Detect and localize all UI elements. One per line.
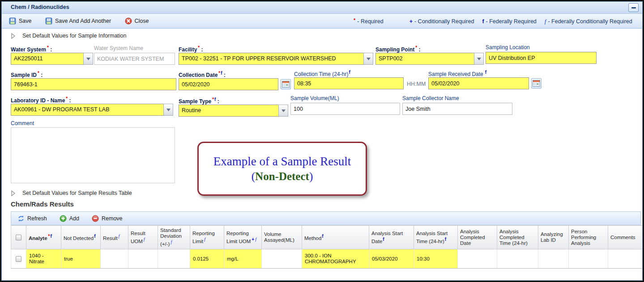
sample-collector-label: Sample Collector Name [402, 95, 459, 102]
laboratory-select[interactable]: AK00961 - DW PROGRAM TEST LAB [11, 104, 173, 116]
cell-result-uom[interactable] [128, 249, 158, 269]
cell-reporting-limit-uom[interactable]: mg/L [224, 249, 262, 269]
conditional-plus-mark: + [409, 18, 413, 25]
col-result[interactable]: Resultf [101, 226, 128, 249]
cell-standard-deviation[interactable] [158, 249, 190, 269]
sampling-location-input[interactable] [486, 52, 597, 64]
results-grid: Analyte*f Not Detectedf Resultf Result U… [11, 225, 642, 269]
cell-volume-assayed[interactable] [262, 249, 302, 269]
col-analyzing-lab-id[interactable]: Analyzing Lab ID [538, 226, 569, 249]
laboratory-value[interactable]: AK00961 - DW PROGRAM TEST LAB [11, 104, 163, 116]
laboratory-dropdown-trigger[interactable] [163, 104, 173, 116]
sampling-point-select[interactable]: SPTP002 [375, 53, 484, 65]
col-analysis-start-date[interactable]: Analysis Start Datef [369, 226, 414, 249]
laboratory-label: Laboratory ID - Name* : [11, 96, 71, 103]
calendar-icon [282, 81, 290, 88]
row-checkbox[interactable] [16, 256, 21, 262]
cell-analysis-completed-date[interactable] [458, 249, 497, 269]
sample-type-dropdown-trigger[interactable] [278, 105, 288, 117]
sample-received-date-input[interactable] [428, 77, 529, 89]
collection-date-label: Collection Date*f : [179, 71, 226, 77]
water-system-value[interactable]: AK2250011 [11, 53, 83, 65]
collection-time-input[interactable] [294, 77, 404, 89]
legend-federally-required: f - Federally Required [482, 18, 536, 25]
save-and-add-another-button[interactable]: Save And Add Another [42, 16, 115, 26]
col-analysis-completed-time[interactable]: Analysis Completed Time (24-hr) [497, 226, 538, 249]
add-button[interactable]: Add [56, 213, 83, 224]
requirement-legend: * - Required + - Conditionally Required … [354, 14, 632, 29]
save-icon [45, 17, 52, 25]
col-reporting-limit[interactable]: Reporting Limitf [190, 226, 224, 249]
cell-comments[interactable] [608, 249, 643, 269]
close-button[interactable]: Close [121, 16, 153, 26]
sampling-point-value[interactable]: SPTP002 [375, 53, 474, 65]
results-toolbar: Refresh Add Remove [11, 211, 641, 225]
col-comments[interactable]: Comments [608, 226, 643, 249]
sample-collector-input[interactable] [402, 103, 512, 115]
refresh-button-label: Refresh [27, 215, 47, 222]
sampling-point-dropdown-trigger[interactable] [474, 53, 484, 65]
save-button[interactable]: Save [5, 16, 35, 26]
collection-date-calendar-button[interactable] [281, 79, 291, 89]
remove-button[interactable]: Remove [88, 213, 126, 224]
cell-analyzing-lab-id[interactable] [538, 249, 569, 269]
col-person-performing-analysis[interactable]: Person Performing Analysis [569, 226, 608, 249]
water-system-select[interactable]: AK2250011 [11, 53, 93, 65]
comment-textarea[interactable] [11, 127, 175, 183]
sample-volume-input[interactable] [290, 103, 400, 115]
cell-analysis-completed-time[interactable] [497, 249, 538, 269]
facility-dropdown-trigger[interactable] [363, 53, 373, 65]
cell-analysis-start-date[interactable]: 05/03/2020 [369, 249, 414, 269]
col-not-detected[interactable]: Not Detectedf [61, 226, 101, 249]
cell-result[interactable] [101, 249, 128, 269]
col-analysis-completed-date[interactable]: Analysis Completed Date [458, 226, 497, 249]
federal-f-mark: f [482, 18, 484, 25]
cell-person-performing-analysis[interactable] [569, 249, 608, 269]
sample-type-label: Sample Type*f : [179, 97, 219, 104]
chevron-down-icon [477, 58, 481, 60]
annotation-line1: Example of a Sample Result [213, 155, 351, 168]
sample-type-value[interactable]: Routine [179, 105, 278, 117]
facility-select[interactable]: TP002 - 32251 - TP FOR UPPER RESERVOIR W… [179, 53, 373, 65]
water-system-dropdown-trigger[interactable] [83, 53, 93, 65]
expander-sample-info[interactable]: Set Default Values for Sample Informatio… [11, 33, 127, 39]
sample-id-label: Sample ID* : [11, 71, 43, 77]
sample-type-select[interactable]: Routine [179, 105, 288, 117]
minimize-button[interactable] [628, 3, 639, 12]
col-analysis-start-time[interactable]: Analysis Start Time (24-hr)f [414, 226, 458, 249]
col-analyte[interactable]: Analyte*f [26, 226, 61, 249]
select-all-header[interactable] [11, 226, 26, 249]
refresh-button[interactable]: Refresh [14, 213, 51, 224]
app-window: Chem / Radionuclides Save [0, 0, 644, 282]
col-result-uom[interactable]: Result UOMf [128, 226, 158, 249]
col-method[interactable]: Methodf [302, 226, 369, 249]
cell-not-detected[interactable]: true [61, 249, 101, 269]
col-standard-deviation[interactable]: Standard Deviation (+/-)f [158, 226, 190, 249]
col-volume-assayed[interactable]: Volume Assayed(ML) [262, 226, 302, 249]
expander-results-table[interactable]: Set Default Values for Sample Results Ta… [11, 190, 132, 196]
facility-value[interactable]: TP002 - 32251 - TP FOR UPPER RESERVOIR W… [179, 53, 363, 65]
select-all-checkbox[interactable] [16, 235, 21, 240]
window-title: Chem / Radionuclides [11, 4, 69, 10]
cell-method[interactable]: 300.0 - ION CHROMATOGRAPHY [302, 249, 369, 269]
collection-date-input[interactable] [179, 78, 278, 90]
chevron-down-icon [367, 58, 371, 60]
triangle-right-icon [11, 190, 16, 196]
cell-analyte[interactable]: 1040 - Nitrate [26, 249, 61, 269]
result-row[interactable]: 1040 - Nitrate true 0.0125 mg/L 300.0 - … [11, 249, 643, 269]
sample-id-input[interactable] [11, 78, 176, 90]
water-system-name-field [94, 53, 175, 65]
col-reporting-limit-uom[interactable]: Reporting Limit UOM+f [224, 226, 262, 249]
close-button-label: Close [135, 18, 149, 24]
chevron-down-icon [166, 109, 171, 111]
water-system-name-label: Water System Name [94, 45, 143, 52]
sample-volume-label: Sample Volume(ML) [290, 95, 339, 102]
grid-header-row: Analyte*f Not Detectedf Resultf Result U… [11, 226, 643, 249]
federal-conditional-f-mark: f [545, 18, 546, 25]
cell-reporting-limit[interactable]: 0.0125 [190, 249, 224, 269]
cell-analysis-start-time[interactable]: 10:30 [414, 249, 458, 269]
sample-received-date-label: Sample Received Datef [428, 70, 486, 76]
sampling-point-label: Sampling Point* : [375, 45, 421, 52]
sample-received-date-calendar-button[interactable] [531, 78, 542, 88]
remove-button-label: Remove [102, 215, 123, 222]
